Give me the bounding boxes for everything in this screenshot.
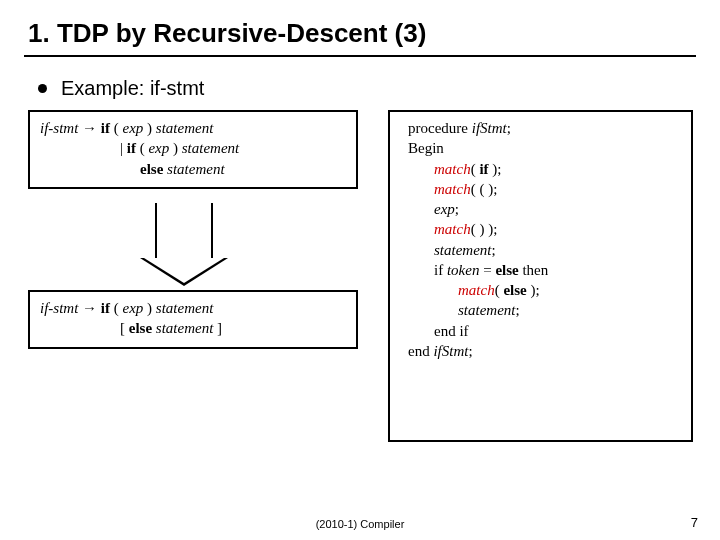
proc-line11: end if	[400, 321, 681, 341]
grammar1-line2: | if ( exp ) statement	[40, 138, 346, 158]
grammar1-line1: if-stmt → if ( exp ) statement	[40, 118, 346, 138]
grammar1-line3: else statement	[40, 159, 346, 179]
proc-line1: procedure ifStmt;	[400, 118, 681, 138]
proc-line2: Begin	[400, 138, 681, 158]
proc-line9: match( else );	[400, 280, 681, 300]
proc-line12: end ifStmt;	[400, 341, 681, 361]
content-area: if-stmt → if ( exp ) statement | if ( ex…	[0, 100, 720, 490]
procedure-box: procedure ifStmt; Begin match( if ); mat…	[388, 110, 693, 442]
proc-line6: match( ) );	[400, 219, 681, 239]
grammar2-line2: [ else statement ]	[40, 318, 346, 338]
proc-line10: statement;	[400, 300, 681, 320]
bullet-icon	[38, 84, 47, 93]
page-number: 7	[691, 515, 698, 530]
slide-title: 1. TDP by Recursive-Descent (3)	[0, 0, 720, 55]
grammar2-line1: if-stmt → if ( exp ) statement	[40, 298, 346, 318]
footer-center: (2010-1) Compiler	[0, 518, 720, 530]
proc-line7: statement;	[400, 240, 681, 260]
proc-line8: if token = else then	[400, 260, 681, 280]
proc-line5: exp;	[400, 199, 681, 219]
proc-line4: match( ( );	[400, 179, 681, 199]
proc-line3: match( if );	[400, 159, 681, 179]
subtitle-text: Example: if-stmt	[61, 77, 204, 100]
grammar-box-original: if-stmt → if ( exp ) statement | if ( ex…	[28, 110, 358, 189]
subtitle-row: Example: if-stmt	[0, 57, 720, 100]
grammar-box-simplified: if-stmt → if ( exp ) statement [ else st…	[28, 290, 358, 349]
arrow-down-icon	[155, 203, 213, 258]
